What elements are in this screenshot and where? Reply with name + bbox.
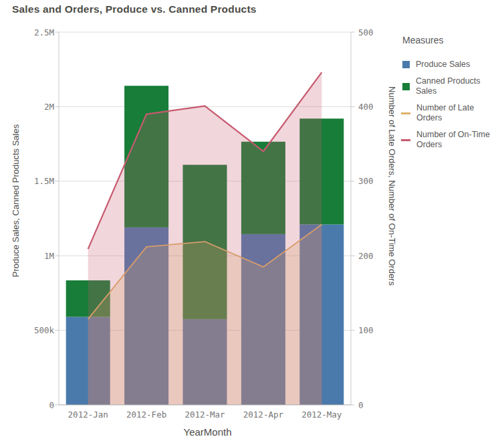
legend-item-number-of-on-time-orders: Number of On-Time Orders: [401, 130, 503, 150]
right-tick-label: 200: [358, 251, 374, 261]
x-tick-label: 2012-Apr: [243, 410, 284, 420]
left-axis-title: Produce Sales, Canned Products Sales: [11, 124, 21, 277]
right-tick-label: 300: [358, 176, 374, 186]
legend-item-label: Canned Products Sales: [416, 76, 495, 96]
legend-items: Produce SalesCanned Products SalesNumber…: [401, 60, 503, 150]
legend-item-number-of-late-orders: Number of Late Orders: [401, 103, 503, 123]
legend-item-label: Produce Sales: [416, 60, 470, 70]
right-tick-label: 0: [358, 400, 364, 410]
line-swatch-icon: [401, 112, 410, 114]
legend-item-label: Number of On-Time Orders: [416, 130, 495, 150]
left-tick-label: 1M: [44, 251, 54, 261]
left-tick-label: 1.5M: [34, 176, 54, 186]
x-axis-title: YearMonth: [184, 426, 232, 438]
legend-item-canned-products-sales: Canned Products Sales: [401, 76, 503, 96]
x-tick-label: 2012-Feb: [126, 410, 166, 420]
square-swatch-icon: [402, 83, 410, 90]
measures-legend: Measures Produce SalesCanned Products Sa…: [401, 35, 503, 157]
left-tick-label: 2.5M: [34, 27, 54, 37]
right-axis-title: Number of Late Orders, Number of On-Time…: [387, 86, 397, 286]
left-tick-label: 2M: [44, 102, 54, 112]
x-tick-label: 2012-Jan: [68, 410, 108, 420]
right-tick-label: 500: [358, 27, 374, 37]
left-tick-label: 0: [49, 400, 54, 410]
x-tick-label: 2012-Mar: [184, 410, 225, 420]
legend-item-label: Number of Late Orders: [416, 103, 495, 123]
left-tick-label: 500k: [34, 325, 55, 335]
x-tick-label: 2012-May: [301, 410, 342, 420]
area-number-of-on-time-orders[interactable]: [88, 72, 322, 405]
square-swatch-icon: [402, 61, 410, 68]
right-tick-label: 100: [358, 325, 374, 335]
line-swatch-icon: [401, 139, 410, 141]
legend-item-produce-sales: Produce Sales: [401, 60, 503, 70]
legend-title: Measures: [402, 35, 503, 46]
right-tick-label: 400: [358, 102, 374, 112]
